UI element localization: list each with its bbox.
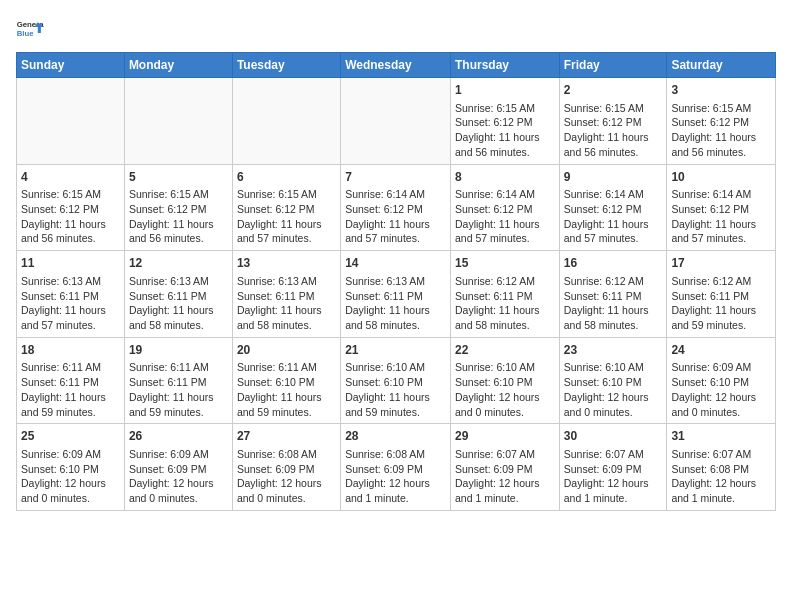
calendar-cell: 31Sunrise: 6:07 AMSunset: 6:08 PMDayligh… <box>667 424 776 511</box>
cell-info: Daylight: 11 hours and 56 minutes. <box>564 130 663 159</box>
cell-info: Sunrise: 6:12 AM <box>455 274 555 289</box>
weekday-header: Monday <box>124 53 232 78</box>
cell-info: Sunrise: 6:11 AM <box>129 360 228 375</box>
calendar-cell: 24Sunrise: 6:09 AMSunset: 6:10 PMDayligh… <box>667 337 776 424</box>
cell-info: Sunrise: 6:10 AM <box>564 360 663 375</box>
calendar-cell: 4Sunrise: 6:15 AMSunset: 6:12 PMDaylight… <box>17 164 125 251</box>
cell-info: Sunset: 6:12 PM <box>345 202 446 217</box>
cell-info: Sunrise: 6:13 AM <box>21 274 120 289</box>
weekday-header: Wednesday <box>341 53 451 78</box>
cell-info: Sunset: 6:11 PM <box>345 289 446 304</box>
calendar-cell: 2Sunrise: 6:15 AMSunset: 6:12 PMDaylight… <box>559 78 667 165</box>
calendar-cell: 19Sunrise: 6:11 AMSunset: 6:11 PMDayligh… <box>124 337 232 424</box>
cell-info: Sunrise: 6:15 AM <box>237 187 336 202</box>
cell-info: Sunrise: 6:08 AM <box>345 447 446 462</box>
cell-info: Sunrise: 6:15 AM <box>564 101 663 116</box>
page-header: General Blue <box>16 16 776 44</box>
cell-info: Sunrise: 6:11 AM <box>237 360 336 375</box>
cell-info: Sunset: 6:09 PM <box>345 462 446 477</box>
cell-info: Daylight: 11 hours and 57 minutes. <box>345 217 446 246</box>
cell-info: Daylight: 11 hours and 57 minutes. <box>237 217 336 246</box>
cell-info: Sunrise: 6:15 AM <box>671 101 771 116</box>
day-number: 25 <box>21 428 120 445</box>
cell-info: Sunrise: 6:14 AM <box>455 187 555 202</box>
calendar-cell: 1Sunrise: 6:15 AMSunset: 6:12 PMDaylight… <box>450 78 559 165</box>
cell-info: Sunset: 6:12 PM <box>455 115 555 130</box>
calendar-table: SundayMondayTuesdayWednesdayThursdayFrid… <box>16 52 776 511</box>
logo: General Blue <box>16 16 48 44</box>
cell-info: Daylight: 11 hours and 58 minutes. <box>455 303 555 332</box>
cell-info: Daylight: 11 hours and 57 minutes. <box>671 217 771 246</box>
day-number: 20 <box>237 342 336 359</box>
cell-info: Daylight: 11 hours and 59 minutes. <box>237 390 336 419</box>
day-number: 8 <box>455 169 555 186</box>
cell-info: Sunset: 6:08 PM <box>671 462 771 477</box>
cell-info: Sunrise: 6:07 AM <box>564 447 663 462</box>
calendar-cell: 29Sunrise: 6:07 AMSunset: 6:09 PMDayligh… <box>450 424 559 511</box>
cell-info: Sunset: 6:12 PM <box>671 202 771 217</box>
cell-info: Sunrise: 6:13 AM <box>237 274 336 289</box>
day-number: 3 <box>671 82 771 99</box>
calendar-cell: 3Sunrise: 6:15 AMSunset: 6:12 PMDaylight… <box>667 78 776 165</box>
cell-info: Sunset: 6:09 PM <box>564 462 663 477</box>
cell-info: Sunrise: 6:15 AM <box>21 187 120 202</box>
cell-info: Daylight: 11 hours and 57 minutes. <box>455 217 555 246</box>
cell-info: Sunset: 6:10 PM <box>455 375 555 390</box>
calendar-cell: 18Sunrise: 6:11 AMSunset: 6:11 PMDayligh… <box>17 337 125 424</box>
cell-info: Daylight: 11 hours and 58 minutes. <box>237 303 336 332</box>
cell-info: Daylight: 12 hours and 0 minutes. <box>455 390 555 419</box>
calendar-week-row: 11Sunrise: 6:13 AMSunset: 6:11 PMDayligh… <box>17 251 776 338</box>
cell-info: Daylight: 11 hours and 59 minutes. <box>345 390 446 419</box>
day-number: 28 <box>345 428 446 445</box>
calendar-cell: 17Sunrise: 6:12 AMSunset: 6:11 PMDayligh… <box>667 251 776 338</box>
cell-info: Sunset: 6:10 PM <box>345 375 446 390</box>
cell-info: Daylight: 11 hours and 57 minutes. <box>21 303 120 332</box>
calendar-week-row: 18Sunrise: 6:11 AMSunset: 6:11 PMDayligh… <box>17 337 776 424</box>
day-number: 14 <box>345 255 446 272</box>
cell-info: Sunrise: 6:12 AM <box>564 274 663 289</box>
weekday-header: Tuesday <box>232 53 340 78</box>
svg-text:Blue: Blue <box>17 29 35 38</box>
cell-info: Sunset: 6:11 PM <box>564 289 663 304</box>
cell-info: Sunset: 6:11 PM <box>671 289 771 304</box>
cell-info: Sunrise: 6:09 AM <box>129 447 228 462</box>
calendar-week-row: 1Sunrise: 6:15 AMSunset: 6:12 PMDaylight… <box>17 78 776 165</box>
calendar-cell: 5Sunrise: 6:15 AMSunset: 6:12 PMDaylight… <box>124 164 232 251</box>
cell-info: Sunrise: 6:15 AM <box>455 101 555 116</box>
day-number: 7 <box>345 169 446 186</box>
cell-info: Sunset: 6:12 PM <box>671 115 771 130</box>
calendar-cell: 22Sunrise: 6:10 AMSunset: 6:10 PMDayligh… <box>450 337 559 424</box>
cell-info: Daylight: 12 hours and 1 minute. <box>671 476 771 505</box>
day-number: 19 <box>129 342 228 359</box>
cell-info: Sunset: 6:10 PM <box>671 375 771 390</box>
calendar-cell <box>232 78 340 165</box>
day-number: 29 <box>455 428 555 445</box>
day-number: 6 <box>237 169 336 186</box>
cell-info: Sunrise: 6:09 AM <box>21 447 120 462</box>
day-number: 4 <box>21 169 120 186</box>
cell-info: Sunset: 6:12 PM <box>129 202 228 217</box>
cell-info: Sunset: 6:10 PM <box>21 462 120 477</box>
calendar-cell <box>124 78 232 165</box>
cell-info: Sunset: 6:10 PM <box>564 375 663 390</box>
day-number: 12 <box>129 255 228 272</box>
calendar-cell: 26Sunrise: 6:09 AMSunset: 6:09 PMDayligh… <box>124 424 232 511</box>
cell-info: Sunset: 6:09 PM <box>129 462 228 477</box>
cell-info: Sunrise: 6:13 AM <box>345 274 446 289</box>
cell-info: Daylight: 11 hours and 59 minutes. <box>21 390 120 419</box>
day-number: 27 <box>237 428 336 445</box>
calendar-cell: 11Sunrise: 6:13 AMSunset: 6:11 PMDayligh… <box>17 251 125 338</box>
calendar-cell: 21Sunrise: 6:10 AMSunset: 6:10 PMDayligh… <box>341 337 451 424</box>
cell-info: Daylight: 11 hours and 59 minutes. <box>671 303 771 332</box>
cell-info: Daylight: 11 hours and 56 minutes. <box>21 217 120 246</box>
calendar-cell <box>341 78 451 165</box>
cell-info: Sunrise: 6:14 AM <box>564 187 663 202</box>
calendar-cell: 30Sunrise: 6:07 AMSunset: 6:09 PMDayligh… <box>559 424 667 511</box>
day-number: 21 <box>345 342 446 359</box>
calendar-cell: 7Sunrise: 6:14 AMSunset: 6:12 PMDaylight… <box>341 164 451 251</box>
cell-info: Sunrise: 6:12 AM <box>671 274 771 289</box>
day-number: 16 <box>564 255 663 272</box>
cell-info: Sunset: 6:11 PM <box>129 375 228 390</box>
weekday-header: Saturday <box>667 53 776 78</box>
cell-info: Sunset: 6:12 PM <box>455 202 555 217</box>
